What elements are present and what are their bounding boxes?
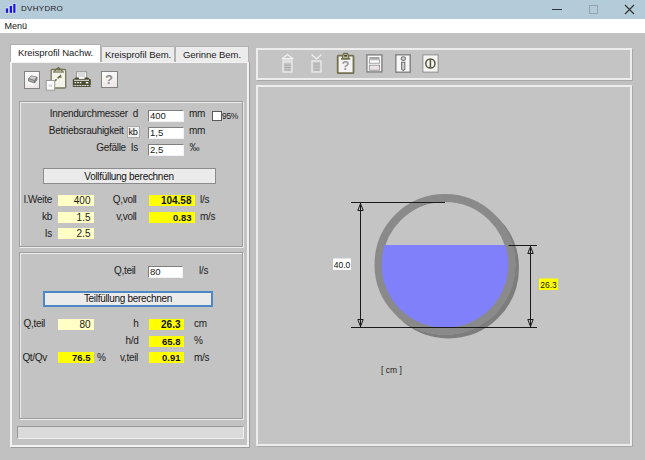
svg-text:[ cm ]: [ cm ]: [381, 365, 402, 375]
svg-text:?: ?: [342, 58, 350, 73]
svg-text:40.0: 40.0: [334, 260, 351, 270]
svg-text:26.3: 26.3: [540, 280, 557, 290]
